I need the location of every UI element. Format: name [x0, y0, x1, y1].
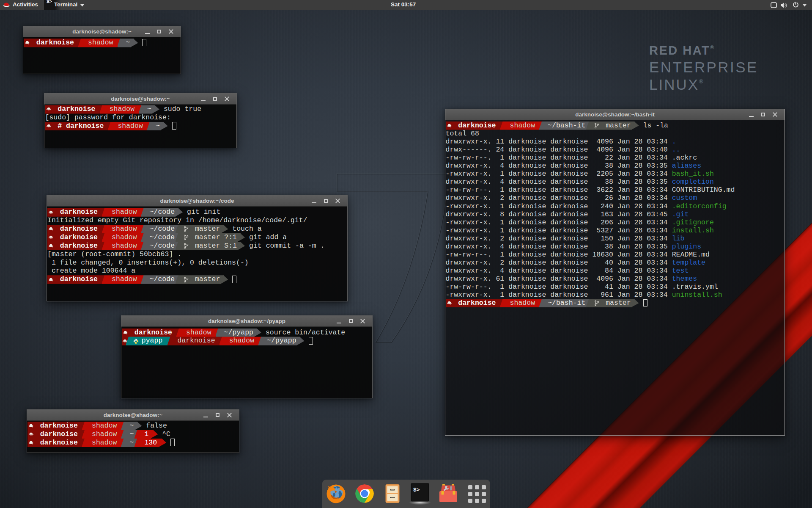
svg-text:$>: $> [413, 487, 420, 493]
